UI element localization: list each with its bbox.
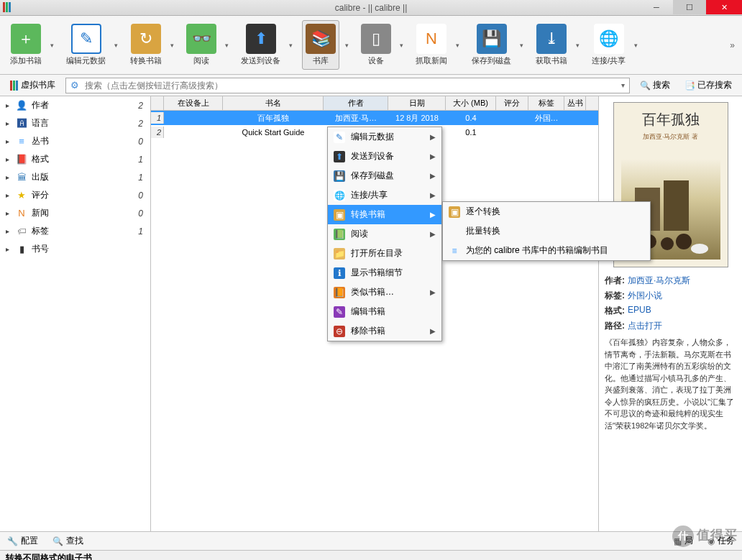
sidebar-item-书号[interactable]: ▸▮书号 [0, 240, 150, 258]
toolbar-添加书籍[interactable]: ＋添加书籍 [7, 21, 45, 69]
toolbar-dropdown[interactable]: ▾ [50, 42, 58, 49]
sidebar-item-作者[interactable]: ▸👤作者2 [0, 96, 150, 114]
toolbar-label: 添加书籍 [10, 55, 42, 66]
toolbar-label: 保存到磁盘 [472, 55, 511, 66]
menu-item-编辑元数据[interactable]: ✎编辑元数据▶ [328, 127, 441, 147]
meta-value[interactable]: 点击打开 [628, 320, 662, 332]
toolbar-label: 书库 [313, 55, 329, 66]
meta-row: 格式:EPUB [605, 305, 736, 317]
sidebar-count: 2 [138, 101, 147, 111]
toolbar-dropdown[interactable]: ▾ [170, 42, 178, 49]
svg-point-5 [691, 244, 708, 254]
submenu-arrow-icon: ▶ [430, 172, 436, 180]
search-input[interactable] [83, 79, 617, 92]
column-header[interactable]: 评分 [496, 96, 528, 110]
menu-item-转换书籍[interactable]: ▣转换书籍▶ [328, 205, 441, 224]
toolbar-dropdown[interactable]: ▾ [114, 42, 122, 49]
toolbar-设备[interactable]: ▯设备 [358, 21, 394, 69]
toolbar-dropdown[interactable]: ▾ [634, 42, 641, 49]
column-header[interactable]: 日期 [388, 96, 446, 110]
toolbar-dropdown[interactable]: ▾ [456, 42, 463, 49]
toolbar-icon: ↻ [131, 24, 161, 54]
toolbar-连接/共享[interactable]: 🌐连接/共享 [589, 21, 628, 69]
menu-item-类似书籍…[interactable]: 📙类似书籍…▶ [328, 283, 441, 302]
menu-label: 类似书籍… [351, 286, 424, 298]
toolbar-dropdown[interactable]: ▾ [345, 42, 352, 49]
menu-item-移除书籍[interactable]: ⊖移除书籍▶ [328, 321, 441, 341]
sidebar-item-评分[interactable]: ▸★评分0 [0, 186, 150, 204]
toolbar-发送到设备[interactable]: ⬆发送到设备 [238, 21, 283, 69]
bottom-bar: 🔧 配置 🔍 查找 ▦ 局 ◉ 任务 [0, 531, 742, 550]
category-icon: 🏛 [16, 172, 27, 183]
sidebar-item-标签[interactable]: ▸🏷标签1 [0, 222, 150, 240]
menu-item-发送到设备[interactable]: ⬆发送到设备▶ [328, 147, 441, 166]
toolbar-overflow[interactable]: » [730, 40, 735, 50]
menu-item-阅读[interactable]: 📗阅读▶ [328, 224, 441, 244]
sidebar-item-语言[interactable]: ▸🅰语言2 [0, 114, 150, 132]
column-header[interactable]: 在设备上 [164, 96, 223, 110]
toolbar-抓取新闻[interactable]: N抓取新闻 [413, 21, 450, 69]
virtual-library-button[interactable]: 虚拟书库 [6, 77, 60, 93]
sidebar-item-新闻[interactable]: ▸N新闻0 [0, 204, 150, 222]
menu-item-编辑书籍[interactable]: ✎编辑书籍 [328, 302, 441, 321]
search-button-label: 搜索 [653, 79, 670, 91]
cover-title: 百年孤独 [621, 110, 720, 129]
submenu-item-逐个转换[interactable]: ▣逐个转换 [443, 202, 650, 221]
expand-icon: ▸ [6, 227, 12, 235]
menu-label: 保存到磁盘 [351, 170, 424, 182]
meta-value[interactable]: 加西亚·马尔克斯 [628, 275, 690, 287]
jobs-button[interactable]: ◉ 任务 [707, 535, 735, 547]
toolbar-dropdown[interactable]: ▾ [225, 42, 232, 49]
menu-label: 编辑元数据 [351, 131, 424, 143]
saved-searches-button[interactable]: 📑 已存搜索 [680, 78, 736, 93]
toolbar-dropdown[interactable]: ▾ [520, 42, 527, 49]
submenu-item-批量转换[interactable]: 批量转换 [443, 221, 650, 241]
menu-item-显示书籍细节[interactable]: ℹ显示书籍细节 [328, 263, 441, 283]
find-label: 查找 [66, 535, 83, 547]
sidebar-item-出版[interactable]: ▸🏛出版1 [0, 168, 150, 186]
menu-item-打开所在目录[interactable]: 📁打开所在目录 [328, 244, 441, 263]
column-header[interactable]: 大小 (MB) [446, 96, 496, 110]
toolbar-书库[interactable]: 📚书库 [302, 20, 339, 70]
dropdown-icon[interactable]: ▾ [617, 81, 629, 89]
maximize-button[interactable]: ☐ [673, 0, 706, 14]
table-row[interactable]: 1百年孤独加西亚·马…12 8月 20180.4外国… [151, 111, 598, 125]
column-header[interactable]: 书名 [223, 96, 324, 110]
column-header[interactable] [151, 96, 164, 110]
meta-value[interactable]: 外国小说 [628, 290, 662, 302]
config-button[interactable]: 🔧 配置 [7, 535, 38, 547]
submenu-arrow-icon: ▶ [430, 327, 436, 335]
toolbar-阅读[interactable]: 👓阅读 [183, 21, 219, 69]
menu-item-保存到磁盘[interactable]: 💾保存到磁盘▶ [328, 166, 441, 185]
category-icon: 🏷 [16, 226, 27, 237]
sidebar-item-丛书[interactable]: ▸≡丛书0 [0, 132, 150, 150]
close-button[interactable]: ✕ [706, 0, 742, 14]
gear-icon[interactable]: ⚙ [66, 80, 83, 91]
expand-icon: ▸ [6, 209, 12, 217]
column-header[interactable]: 作者 [324, 96, 388, 110]
sidebar-item-格式[interactable]: ▸📕格式1 [0, 150, 150, 168]
expand-icon: ▸ [6, 155, 12, 163]
column-header[interactable]: 标签 [528, 96, 564, 110]
toolbar-转换书籍[interactable]: ↻转换书籍 [127, 21, 165, 69]
menu-item-连接/共享[interactable]: 🌐连接/共享▶ [328, 185, 441, 205]
toolbar-dropdown[interactable]: ▾ [289, 42, 296, 49]
sidebar-label: 丛书 [32, 135, 134, 147]
toolbar-保存到磁盘[interactable]: 💾保存到磁盘 [469, 21, 514, 69]
meta-label: 路径: [605, 320, 625, 332]
minimize-button[interactable]: ─ [640, 0, 673, 14]
submenu-item-为您的 calibre 书库中的书籍编制书目[interactable]: ≡为您的 calibre 书库中的书籍编制书目 [443, 241, 650, 260]
layout-button[interactable]: ▦ 局 [674, 535, 693, 547]
toolbar-icon: 👓 [186, 24, 216, 54]
toolbar-获取书籍[interactable]: ⤓获取书籍 [533, 21, 570, 69]
category-icon: ★ [16, 190, 27, 201]
column-header[interactable]: 丛书 [564, 96, 586, 110]
search-button[interactable]: 🔍 搜索 [636, 78, 674, 93]
meta-value[interactable]: EPUB [628, 305, 651, 317]
toolbar-dropdown[interactable]: ▾ [576, 42, 583, 49]
toolbar-label: 设备 [368, 55, 384, 66]
find-button[interactable]: 🔍 查找 [52, 535, 83, 547]
toolbar-dropdown[interactable]: ▾ [400, 42, 407, 49]
svg-rect-1 [664, 180, 689, 231]
toolbar-编辑元数据[interactable]: ✎编辑元数据 [63, 21, 109, 69]
